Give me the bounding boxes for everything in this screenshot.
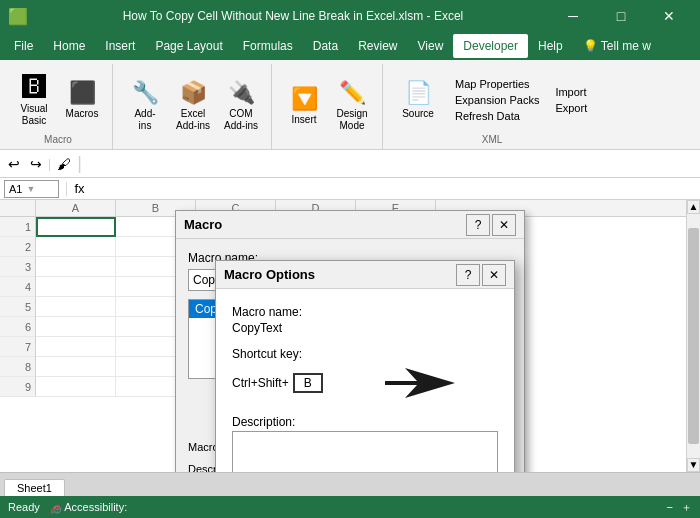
excel-icon: 🟩 [8, 7, 28, 26]
options-name-value: CopyText [232, 321, 498, 335]
col-header-a: A [36, 200, 116, 216]
shortcut-arrow-icon [385, 363, 455, 403]
undo-button[interactable]: ↩ [4, 154, 24, 174]
source-icon: 📄 [405, 80, 432, 106]
map-properties-button[interactable]: Map Properties [451, 77, 543, 91]
shortcut-prefix: Ctrl+Shift+ [232, 376, 289, 390]
menu-tell-me[interactable]: 💡 Tell me w [573, 34, 661, 58]
excel-add-ins-icon: 📦 [180, 80, 207, 106]
macro-options-close-button[interactable]: ✕ [482, 264, 506, 286]
design-mode-icon: ✏️ [339, 80, 366, 106]
xml-small-buttons: Map Properties Expansion Packs Refresh D… [451, 77, 543, 123]
macro-dialog-title-bar: Macro ? ✕ [176, 211, 524, 239]
name-box-dropdown[interactable]: ▼ [26, 184, 35, 194]
macros-icon: ⬛ [69, 80, 96, 106]
redo-button[interactable]: ↪ [26, 154, 46, 174]
design-mode-button[interactable]: ✏️ DesignMode [330, 76, 374, 136]
zoom-in-button[interactable]: ＋ [681, 500, 692, 515]
row-number: 7 [0, 337, 36, 357]
ready-status: Ready [8, 501, 40, 513]
bottom-area: Sheet1 Ready 🦽 Accessibility: − ＋ [0, 472, 700, 518]
cell-a5[interactable] [36, 297, 116, 317]
vertical-scrollbar[interactable]: ▲ ▼ [686, 200, 700, 472]
expansion-packs-button[interactable]: Expansion Packs [451, 93, 543, 107]
macro-dialog-close-button[interactable]: ✕ [492, 214, 516, 236]
macros-button[interactable]: ⬛ Macros [60, 70, 104, 130]
window-title: How To Copy Cell Without New Line Break … [36, 9, 550, 23]
scroll-up-button[interactable]: ▲ [687, 200, 700, 214]
menu-data[interactable]: Data [303, 34, 348, 58]
menu-formulas[interactable]: Formulas [233, 34, 303, 58]
menu-developer[interactable]: Developer [453, 34, 528, 58]
window-controls: ─ □ ✕ [550, 0, 692, 32]
cell-a3[interactable] [36, 257, 116, 277]
source-button[interactable]: 📄 Source [393, 70, 443, 130]
title-bar: 🟩 How To Copy Cell Without New Line Brea… [0, 0, 700, 32]
shortcut-arrow-container [335, 363, 455, 403]
minimize-button[interactable]: ─ [550, 0, 596, 32]
menu-view[interactable]: View [408, 34, 454, 58]
xml-group-content: 📄 Source Map Properties Expansion Packs … [393, 68, 591, 132]
options-name-label: Macro name: [232, 305, 498, 319]
zoom-out-button[interactable]: − [667, 501, 673, 513]
export-button[interactable]: Export [551, 101, 591, 115]
cell-a7[interactable] [36, 337, 116, 357]
sheet1-tab[interactable]: Sheet1 [4, 479, 65, 496]
cell-a2[interactable] [36, 237, 116, 257]
ribbon-group-controls: 🔽 Insert ✏️ DesignMode [274, 64, 383, 149]
undo-area: ↩ ↪ | 🖌 | [0, 150, 700, 178]
desc-textarea[interactable] [232, 431, 498, 472]
com-add-ins-icon: 🔌 [228, 80, 255, 106]
visual-basic-label: VisualBasic [20, 103, 47, 127]
visual-basic-button[interactable]: 🅱 VisualBasic [12, 70, 56, 130]
refresh-data-button[interactable]: Refresh Data [451, 109, 543, 123]
shortcut-row: Ctrl+Shift+ [232, 363, 498, 403]
excel-add-ins-button[interactable]: 📦 ExcelAdd-ins [171, 76, 215, 136]
scroll-down-button[interactable]: ▼ [687, 458, 700, 472]
cell-a6[interactable] [36, 317, 116, 337]
row-number: 4 [0, 277, 36, 297]
scroll-thumb[interactable] [688, 228, 699, 444]
cell-a1[interactable] [36, 217, 116, 237]
menu-file[interactable]: File [4, 34, 43, 58]
name-box-value: A1 [9, 183, 22, 195]
fx-label: fx [75, 181, 85, 196]
menu-home[interactable]: Home [43, 34, 95, 58]
ribbon-group-addins: 🔧 Add-ins 📦 ExcelAdd-ins 🔌 COMAdd-ins [115, 64, 272, 149]
close-button[interactable]: ✕ [646, 0, 692, 32]
maximize-button[interactable]: □ [598, 0, 644, 32]
menu-insert[interactable]: Insert [95, 34, 145, 58]
add-ins-button[interactable]: 🔧 Add-ins [123, 76, 167, 136]
row-number: 5 [0, 297, 36, 317]
add-ins-icon: 🔧 [132, 80, 159, 106]
ribbon-group-xml: 📄 Source Map Properties Expansion Packs … [385, 64, 599, 149]
import-button[interactable]: Import [551, 85, 591, 99]
com-add-ins-button[interactable]: 🔌 COMAdd-ins [219, 76, 263, 136]
macro-options-help-button[interactable]: ? [456, 264, 480, 286]
row-number: 2 [0, 237, 36, 257]
macro-dialog-help-button[interactable]: ? [466, 214, 490, 236]
name-box[interactable]: A1 ▼ [4, 180, 59, 198]
main-content: ↩ ↪ | 🖌 | A1 ▼ │ fx A B C D E [0, 150, 700, 518]
menu-review[interactable]: Review [348, 34, 407, 58]
ribbon-group-code: 🅱 VisualBasic ⬛ Macros Macro [4, 64, 113, 149]
cell-a8[interactable] [36, 357, 116, 377]
macro-options-dialog: Macro Options ? ✕ Macro name: CopyText S… [215, 260, 515, 472]
shortcut-input[interactable] [293, 373, 323, 393]
row-number: 3 [0, 257, 36, 277]
cell-a4[interactable] [36, 277, 116, 297]
xml-group-label: XML [393, 132, 591, 145]
macro-options-title-text: Macro Options [224, 267, 315, 282]
svg-marker-0 [385, 368, 455, 398]
row-number: 6 [0, 317, 36, 337]
cell-a9[interactable] [36, 377, 116, 397]
ribbon-controls-items: 🔽 Insert ✏️ DesignMode [282, 68, 374, 143]
macro-dialog-title: Macro [184, 217, 222, 232]
menu-page-layout[interactable]: Page Layout [145, 34, 232, 58]
copy-format-button[interactable]: 🖌 [53, 154, 75, 174]
row-number: 1 [0, 217, 36, 237]
insert-control-button[interactable]: 🔽 Insert [282, 76, 326, 136]
formula-bar-divider: │ [63, 182, 71, 196]
menu-help[interactable]: Help [528, 34, 573, 58]
code-group-label: Macro [44, 132, 72, 145]
